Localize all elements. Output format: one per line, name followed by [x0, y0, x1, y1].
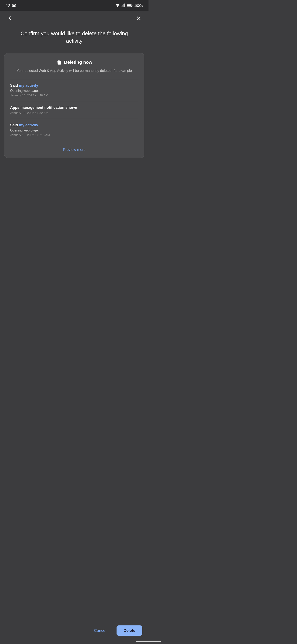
svg-rect-2 [122, 5, 123, 7]
svg-rect-1 [122, 6, 122, 7]
activity-item: Apps management notification shown Janua… [10, 101, 138, 119]
svg-rect-7 [132, 5, 133, 6]
page-title: Confirm you would like to delete the fol… [0, 26, 148, 51]
activity-timestamp-3: January 18, 2022 • 12:15 AM [10, 133, 138, 137]
main-card: Deleting now Your selected Web & App Act… [4, 53, 144, 158]
activity-title-1: Said my activity [10, 84, 138, 88]
status-bar: 12:00 [0, 0, 148, 11]
activity-timestamp-2: January 18, 2022 • 1:52 AM [10, 111, 138, 114]
activity-description-1: Opening web page. [10, 89, 138, 93]
activity-title-3: Said my activity [10, 123, 138, 127]
battery-icon [127, 4, 133, 8]
status-icons: 100% [115, 4, 143, 8]
svg-rect-6 [127, 4, 131, 6]
wifi-icon [115, 4, 120, 8]
activity-item: Said my activity Opening web page. Janua… [10, 119, 138, 141]
close-button[interactable] [134, 14, 143, 22]
svg-rect-3 [124, 4, 124, 7]
trash-icon [56, 60, 62, 65]
svg-point-0 [117, 6, 118, 7]
deleting-subtitle: Your selected Web & App Activity will be… [10, 68, 138, 74]
activity-title-link-1[interactable]: my activity [19, 84, 38, 88]
activity-title-2: Apps management notification shown [10, 106, 138, 110]
battery-percentage: 100% [134, 4, 143, 8]
nav-bar [0, 11, 148, 26]
activity-timestamp-1: January 18, 2022 • 4:48 AM [10, 94, 138, 97]
activity-description-3: Opening web page. [10, 128, 138, 132]
content-spacer [0, 164, 148, 226]
preview-more-button[interactable]: Preview more [63, 148, 86, 152]
back-button[interactable] [6, 14, 14, 22]
deleting-header: Deleting now [10, 60, 138, 65]
activity-title-prefix-1: Said [10, 84, 19, 88]
svg-rect-10 [58, 60, 60, 61]
status-time: 12:00 [6, 4, 16, 8]
activity-title-prefix-3: Said [10, 123, 19, 127]
preview-more-section: Preview more [10, 143, 138, 154]
activity-item: Said my activity Opening web page. Janua… [10, 79, 138, 101]
signal-icon [121, 4, 125, 8]
svg-rect-4 [124, 4, 125, 7]
activity-title-link-3[interactable]: my activity [19, 123, 38, 127]
activity-title-full-2: Apps management notification shown [10, 106, 77, 110]
deleting-title: Deleting now [64, 60, 92, 65]
